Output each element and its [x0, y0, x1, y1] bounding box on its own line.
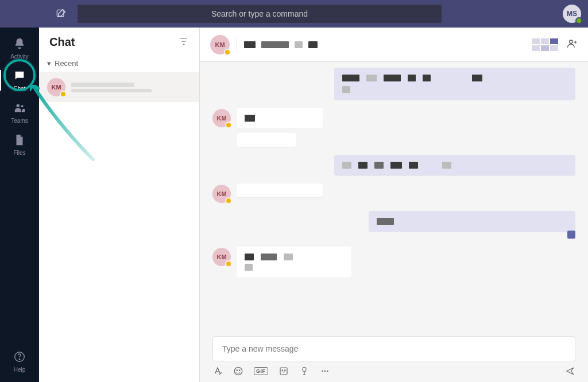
svg-point-4: [19, 358, 20, 359]
nav-files[interactable]: Files: [0, 128, 39, 161]
conversation-header: KM: [200, 28, 588, 62]
title-bar: MS: [0, 0, 588, 28]
svg-point-2: [21, 105, 24, 107]
message-outgoing[interactable]: [212, 68, 575, 100]
avatar: KM: [212, 248, 231, 266]
svg-point-6: [234, 367, 242, 375]
avatar-initials: KM: [216, 254, 226, 260]
message-input[interactable]: [221, 344, 567, 354]
svg-point-11: [284, 370, 285, 371]
recent-section-header[interactable]: ▾ Recent: [39, 54, 199, 72]
message-bubble: [237, 184, 323, 197]
org-chart-icon[interactable]: [532, 38, 558, 51]
compose-box[interactable]: [212, 336, 575, 361]
conversation-tabs[interactable]: [244, 41, 318, 48]
format-icon[interactable]: [212, 366, 223, 376]
presence-away-icon: [225, 122, 232, 128]
chevron-down-icon: ▾: [47, 59, 51, 68]
message-incoming[interactable]: KM: [212, 247, 575, 278]
profile-avatar[interactable]: MS: [563, 5, 581, 23]
presence-available-icon: [575, 17, 582, 24]
nav-chat-label: Chat: [13, 85, 25, 92]
chat-item-text: [71, 83, 191, 92]
svg-point-13: [322, 371, 323, 372]
avatar-initials: KM: [216, 115, 226, 122]
presence-away-icon: [225, 260, 232, 267]
message-incoming[interactable]: KM: [212, 184, 575, 203]
svg-point-10: [282, 370, 283, 371]
conversation-pane: KM KM: [200, 28, 588, 382]
message-bubble: [334, 155, 575, 176]
bell-icon: [13, 37, 26, 52]
meetup-icon[interactable]: [299, 366, 310, 376]
message-outgoing[interactable]: [212, 211, 575, 239]
svg-point-8: [239, 370, 241, 371]
message-bubble: [237, 108, 323, 128]
message-bubble: [369, 211, 575, 232]
teams-icon: [13, 102, 26, 116]
svg-point-1: [17, 104, 20, 107]
recent-label: Recent: [55, 59, 78, 68]
message-bubble: [237, 247, 351, 278]
chat-panel-title: Chat: [49, 36, 75, 49]
more-icon[interactable]: [320, 366, 330, 376]
message-list: KM KM: [200, 62, 588, 332]
nav-files-label: Files: [13, 150, 25, 156]
avatar: KM: [47, 78, 65, 96]
nav-chat[interactable]: Chat: [0, 64, 39, 96]
sticker-icon[interactable]: [278, 366, 289, 376]
chat-panel-header: Chat: [39, 28, 199, 54]
nav-activity-label: Activity: [10, 53, 29, 60]
nav-teams[interactable]: Teams: [0, 96, 39, 128]
nav-help-label: Help: [14, 367, 26, 373]
profile-initials: MS: [567, 10, 577, 18]
compose-area: GIF: [200, 332, 588, 382]
message-bubble: [237, 133, 296, 147]
vertical-divider: [237, 38, 237, 52]
svg-point-12: [303, 367, 306, 372]
nav-help[interactable]: Help: [0, 345, 39, 377]
message-bubble: [334, 68, 575, 100]
compose-toolbar: GIF: [212, 366, 575, 376]
svg-rect-0: [57, 10, 64, 17]
avatar: KM: [212, 109, 231, 127]
svg-point-5: [570, 40, 572, 43]
chat-list-panel: Chat ▾ Recent KM: [39, 28, 200, 382]
reaction-icon[interactable]: [567, 231, 575, 239]
gif-icon[interactable]: GIF: [254, 367, 268, 375]
nav-teams-label: Teams: [11, 118, 28, 124]
presence-away-icon: [60, 91, 67, 98]
avatar-initials: KM: [215, 41, 225, 48]
presence-away-icon: [225, 197, 232, 204]
message-incoming[interactable]: KM: [212, 108, 575, 147]
svg-point-7: [237, 370, 238, 371]
avatar-initials: KM: [51, 84, 61, 91]
chat-list-item[interactable]: KM: [39, 72, 199, 102]
files-icon: [13, 134, 26, 149]
chat-icon: [13, 69, 26, 84]
add-people-icon[interactable]: [566, 38, 578, 52]
conversation-avatar[interactable]: KM: [210, 35, 230, 54]
filter-icon[interactable]: [179, 36, 189, 49]
svg-rect-9: [280, 368, 287, 375]
presence-away-icon: [224, 49, 231, 56]
help-icon: [13, 350, 26, 365]
search-input[interactable]: [78, 5, 442, 23]
nav-activity[interactable]: Activity: [0, 32, 39, 64]
send-icon[interactable]: [565, 366, 575, 376]
svg-point-15: [327, 371, 328, 372]
message-outgoing[interactable]: [212, 155, 575, 176]
new-chat-icon[interactable]: [55, 8, 67, 22]
emoji-icon[interactable]: [233, 366, 243, 376]
svg-point-14: [324, 371, 325, 372]
nav-rail: Activity Chat Teams Files Help: [0, 28, 39, 382]
avatar-initials: KM: [216, 190, 226, 197]
avatar: KM: [212, 185, 231, 203]
